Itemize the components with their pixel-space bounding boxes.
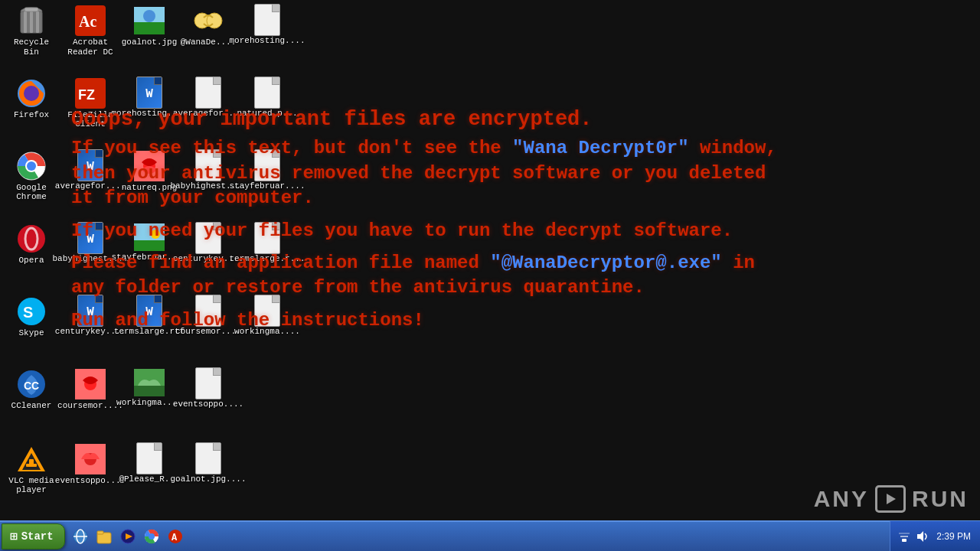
icon-workingma2[interactable]: workingma....: [122, 367, 177, 407]
icon-ccleaner[interactable]: CC CCleaner: [4, 367, 59, 410]
icon-goalnot2[interactable]: goalnot.jpg....: [181, 442, 236, 484]
icon-label: averagefor....: [55, 181, 126, 191]
anyrun-text-run: RUN: [912, 486, 969, 512]
goalnot2-icon: [195, 442, 221, 474]
icon-skype[interactable]: S Skype: [4, 295, 59, 337]
chrome-icon: [15, 149, 48, 183]
icon-label: eventsoppo....: [55, 476, 126, 485]
icon-label: VLC media player: [4, 476, 59, 494]
icon-babyhighest1[interactable]: babyhighest....: [181, 149, 236, 191]
centurykey1-icon: [195, 222, 221, 254]
svg-rect-53: [902, 539, 906, 542]
icon-goalnot[interactable]: goalnot.jpg: [122, 4, 177, 47]
start-button[interactable]: ⊞ Start: [2, 523, 65, 549]
stayfebruar1-icon: [254, 149, 280, 181]
icon-label: Opera: [18, 256, 44, 265]
naturedp-icon: [254, 77, 280, 109]
babyhighest1-icon: [195, 149, 221, 181]
termslarge-r-icon: [254, 222, 280, 254]
taskbar-ie-icon[interactable]: [70, 526, 91, 547]
icon-coursemor2[interactable]: coursemor....: [63, 367, 118, 410]
svg-marker-41: [887, 494, 896, 504]
babyhighest2-icon: W: [77, 222, 103, 254]
icon-morehosting1[interactable]: morehosting....: [240, 4, 295, 45]
icon-filezilla[interactable]: FZ FileZilla Client: [63, 77, 118, 129]
goalnot-icon: [132, 4, 166, 37]
skype-icon: S: [15, 295, 48, 328]
averagefor2-icon: W: [77, 149, 103, 181]
icon-label: Google Chrome: [4, 183, 59, 201]
workingma2-icon: [132, 367, 166, 398]
svg-rect-46: [97, 531, 103, 534]
icon-wanade[interactable]: @WanaDe....: [181, 4, 236, 47]
taskbar-avira-icon[interactable]: A: [165, 526, 186, 547]
start-label: Start: [21, 530, 54, 543]
icon-stayfebruar1[interactable]: stayfebruar....: [240, 149, 295, 191]
taskbar-quick-launch: A: [70, 526, 186, 547]
icon-babyhighest2[interactable]: W babyhighest....: [63, 222, 118, 263]
svg-marker-56: [917, 531, 923, 542]
icon-morehosting2[interactable]: W morehosting....: [122, 77, 177, 118]
vlc-icon: [15, 442, 48, 476]
icon-termslarge-r[interactable]: termslarge.r...: [240, 222, 295, 263]
icon-vlc[interactable]: VLC media player: [4, 442, 59, 494]
icon-label: morehosting....: [229, 36, 305, 45]
icon-stayfebruar2[interactable]: stayfebruar....: [122, 222, 177, 262]
taskbar-explorer-icon[interactable]: [93, 526, 115, 547]
icon-workingma1[interactable]: workingma....: [240, 295, 295, 336]
icon-label: CCleaner: [11, 401, 52, 410]
icon-acrobat[interactable]: Ac AcrobatReader DC: [63, 4, 118, 57]
coursemor2-icon: [74, 367, 107, 401]
taskbar-chrome-icon[interactable]: [141, 526, 162, 547]
icon-firefox[interactable]: Firefox: [4, 77, 59, 119]
coursemor1-icon: [195, 295, 221, 327]
icon-label: averagefor....: [173, 109, 243, 118]
icon-centurykey1[interactable]: centurykey....: [181, 222, 236, 263]
icon-please-r[interactable]: @Please_R...: [122, 442, 177, 484]
svg-point-10: [143, 10, 155, 22]
svg-rect-55: [899, 533, 910, 534]
icon-averagefor1[interactable]: averagefor....: [181, 77, 236, 118]
opera-icon: [15, 222, 48, 256]
svg-rect-2: [24, 11, 27, 33]
icon-termslarge-rtf[interactable]: W termslarge.rtf: [122, 295, 177, 336]
natureqpng-icon: [132, 149, 166, 183]
svg-text:Ac: Ac: [79, 13, 96, 30]
icon-label: goalnot.jpg: [122, 37, 178, 47]
firefox-icon: [15, 77, 48, 110]
taskbar-media-icon[interactable]: [117, 526, 139, 547]
svg-rect-4: [36, 11, 39, 33]
system-tray: 2:39 PM: [890, 521, 980, 551]
svg-rect-34: [134, 386, 165, 396]
icon-centurykey2[interactable]: W centurykey....: [63, 295, 118, 336]
tray-clock: 2:39 PM: [933, 531, 974, 542]
svg-point-19: [27, 161, 36, 171]
svg-text:CC: CC: [24, 380, 39, 392]
eventsoppo2-icon: [74, 442, 107, 476]
icon-coursemor1[interactable]: coursemor....: [181, 295, 236, 336]
start-icon: ⊞: [10, 529, 18, 544]
icon-label: Recycle Bin: [4, 37, 59, 57]
icon-label: Firefox: [14, 110, 49, 119]
icon-label: goalnot.jpg....: [170, 474, 246, 484]
tray-network-icon[interactable]: [897, 529, 912, 544]
morehosting1-icon: [254, 4, 280, 36]
icon-eventsoppo2[interactable]: eventsoppo....: [63, 442, 118, 485]
icon-label: natureq.png: [122, 183, 178, 192]
icon-chrome[interactable]: Google Chrome: [4, 149, 59, 201]
icon-opera[interactable]: Opera: [4, 222, 59, 265]
icon-recycle-bin[interactable]: Recycle Bin: [4, 4, 59, 57]
tray-volume-icon[interactable]: [915, 529, 930, 544]
termslarge-rtf-icon: W: [136, 295, 162, 327]
icon-natureqpng[interactable]: natureq.png: [122, 149, 177, 192]
anyrun-play-icon: [875, 485, 906, 513]
icon-naturedp[interactable]: natured.p...: [240, 77, 295, 118]
eventsoppo1-icon: [195, 367, 221, 399]
stayfebruar2-icon: [132, 222, 166, 253]
icon-averagefor2[interactable]: W averagefor....: [63, 149, 118, 191]
svg-text:FZ: FZ: [78, 87, 95, 103]
workingma1-icon: [254, 295, 280, 327]
icon-label: FileZilla Client: [63, 110, 118, 129]
icon-eventsoppo1[interactable]: eventsoppo....: [181, 367, 236, 409]
svg-rect-9: [134, 22, 165, 34]
